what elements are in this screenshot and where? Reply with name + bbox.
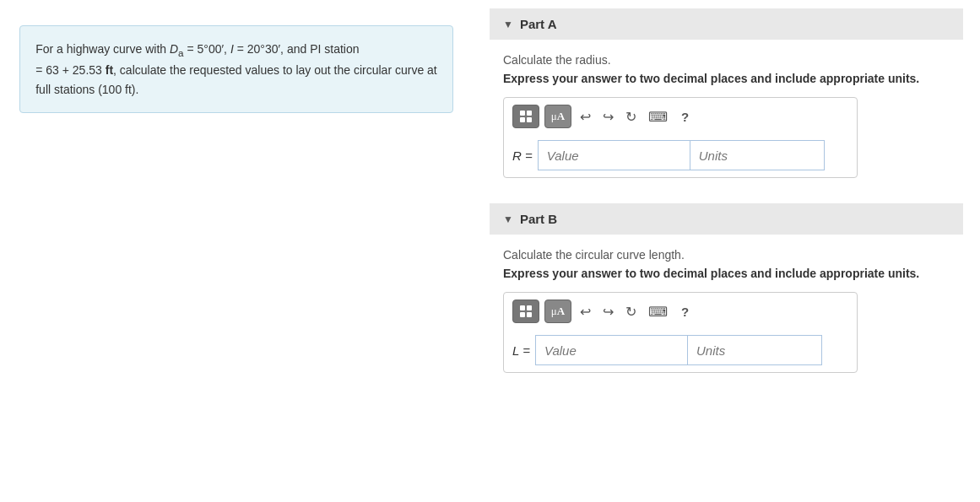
part-b-grid-button[interactable] — [512, 300, 539, 323]
part-b-answer-row: L = — [512, 335, 848, 365]
part-a-redo-button[interactable]: ↪ — [599, 107, 617, 127]
part-b-header: ▼ Part B — [490, 203, 963, 235]
part-b-keyboard-button[interactable]: ⌨ — [645, 302, 671, 321]
part-a-value-input[interactable] — [538, 140, 690, 170]
part-a-content: Calculate the radius. Express your answe… — [490, 53, 963, 178]
left-panel: For a highway curve with Da = 5°00′, I =… — [0, 0, 473, 502]
part-a-refresh-button[interactable]: ↻ — [622, 107, 640, 127]
svg-rect-7 — [527, 312, 532, 317]
part-a-section: ▼ Part A Calculate the radius. Express y… — [490, 8, 963, 178]
svg-rect-0 — [520, 111, 525, 116]
part-a-instruction: Calculate the radius. — [503, 53, 950, 67]
part-b-mu-button[interactable]: μA — [544, 300, 571, 323]
part-a-grid-button[interactable] — [512, 105, 539, 128]
part-a-mu-button[interactable]: μA — [544, 105, 571, 128]
part-b-instruction-bold: Express your answer to two decimal place… — [503, 267, 950, 280]
part-b-units-input[interactable] — [687, 335, 822, 365]
svg-rect-4 — [520, 305, 525, 310]
part-a-keyboard-button[interactable]: ⌨ — [645, 107, 671, 127]
svg-rect-5 — [527, 305, 532, 310]
part-b-label: Part B — [520, 212, 557, 226]
part-a-toolbar: μA ↩ ↪ ↻ ⌨ ? — [512, 105, 848, 133]
part-a-units-input[interactable] — [690, 140, 825, 170]
part-b-answer-label: L = — [512, 343, 530, 358]
part-b-toolbar: μA ↩ ↪ ↻ ⌨ ? — [512, 300, 848, 328]
part-b-redo-button[interactable]: ↪ — [599, 302, 617, 321]
part-a-answer-row: R = — [512, 140, 848, 170]
right-panel: ▼ Part A Calculate the radius. Express y… — [473, 0, 980, 502]
part-b-undo-button[interactable]: ↩ — [577, 302, 594, 321]
part-a-input-container: μA ↩ ↪ ↻ ⌨ ? R = — [503, 97, 858, 178]
svg-rect-1 — [527, 111, 532, 116]
svg-rect-2 — [520, 117, 525, 122]
part-b-refresh-button[interactable]: ↻ — [622, 302, 640, 321]
part-b-input-container: μA ↩ ↪ ↻ ⌨ ? L = — [503, 292, 858, 373]
problem-statement: For a highway curve with Da = 5°00′, I =… — [19, 25, 453, 113]
part-b-help-button[interactable]: ? — [676, 303, 694, 321]
part-a-collapse-arrow[interactable]: ▼ — [503, 19, 513, 30]
part-a-answer-label: R = — [512, 148, 533, 163]
svg-rect-3 — [527, 117, 532, 122]
part-a-label: Part A — [520, 17, 557, 31]
part-a-mu-symbol: μA — [551, 110, 565, 123]
part-a-undo-button[interactable]: ↩ — [577, 107, 594, 127]
part-b-value-input[interactable] — [535, 335, 687, 365]
part-b-collapse-arrow[interactable]: ▼ — [503, 213, 513, 225]
part-a-instruction-bold: Express your answer to two decimal place… — [503, 72, 950, 85]
part-b-section: ▼ Part B Calculate the circular curve le… — [490, 203, 963, 373]
part-b-content: Calculate the circular curve length. Exp… — [490, 248, 963, 373]
problem-text: For a highway curve with Da = 5°00′, I =… — [35, 42, 437, 96]
part-b-instruction: Calculate the circular curve length. — [503, 248, 950, 262]
svg-rect-6 — [520, 312, 525, 317]
part-a-help-button[interactable]: ? — [676, 108, 694, 126]
part-b-mu-symbol: μA — [551, 305, 565, 318]
part-a-header: ▼ Part A — [490, 8, 963, 40]
